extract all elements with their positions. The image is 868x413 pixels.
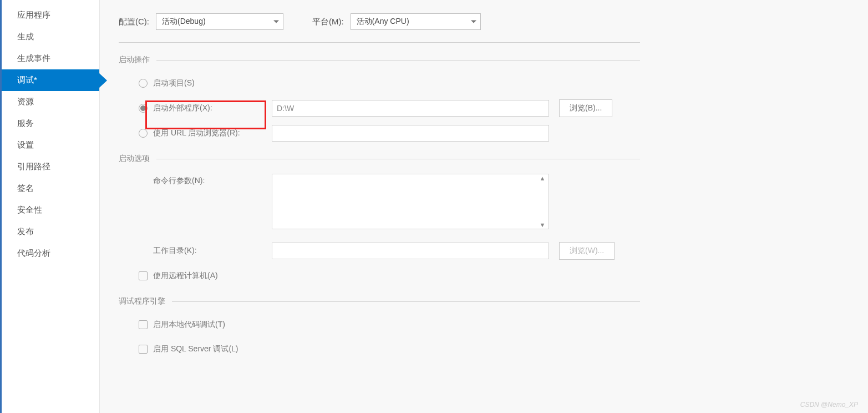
sidebar-item-label: 代码分析 — [17, 248, 50, 258]
start-url-input[interactable] — [272, 125, 549, 142]
external-program-path-input[interactable] — [272, 100, 549, 117]
platform-label: 平台(M): — [312, 17, 344, 27]
sidebar-item-security[interactable]: 安全性 — [2, 199, 99, 221]
watermark: CSDN @Nemo_XP — [800, 401, 858, 409]
sidebar-item-debug[interactable]: 调试* — [2, 69, 99, 91]
sidebar-item-resources[interactable]: 资源 — [2, 91, 99, 113]
workdir-input[interactable] — [272, 243, 549, 259]
sidebar-item-label: 引用路径 — [17, 162, 50, 171]
sidebar-nav: 应用程序 生成 生成事件 调试* 资源 服务 设置 引用路径 签名 安全性 发布… — [0, 0, 100, 413]
config-label: 配置(C): — [119, 17, 149, 27]
radio-start-project-label: 启动项目(S) — [153, 78, 195, 88]
sidebar-item-label: 生成事件 — [17, 53, 50, 63]
sidebar-item-signing[interactable]: 签名 — [2, 178, 99, 199]
section-title: 调试程序引擎 — [119, 296, 165, 306]
radio-start-url-label: 使用 URL 启动浏览器(R): — [153, 128, 240, 138]
browse-workdir-button[interactable]: 浏览(W)... — [559, 242, 615, 260]
sidebar-item-code-analysis[interactable]: 代码分析 — [2, 243, 99, 264]
sidebar-item-services[interactable]: 服务 — [2, 113, 99, 134]
workdir-label: 工作目录(K): — [153, 246, 197, 256]
sidebar-item-reference-paths[interactable]: 引用路径 — [2, 156, 99, 178]
sql-debug-label: 启用 SQL Server 调试(L) — [153, 344, 238, 354]
platform-combo[interactable] — [351, 13, 481, 30]
sidebar-item-label: 调试* — [17, 75, 37, 84]
sidebar-item-label: 生成 — [17, 32, 34, 41]
sidebar-item-build[interactable]: 生成 — [2, 26, 99, 48]
config-combo[interactable] — [156, 13, 283, 30]
browse-external-button[interactable]: 浏览(B)... — [559, 99, 612, 117]
sidebar-item-label: 服务 — [17, 118, 34, 128]
native-debug-label: 启用本地代码调试(T) — [153, 320, 225, 330]
remote-machine-checkbox[interactable] — [139, 271, 148, 280]
sidebar-item-label: 安全性 — [17, 205, 42, 214]
sql-debug-checkbox[interactable] — [139, 345, 148, 354]
radio-start-project[interactable] — [139, 79, 148, 88]
section-title: 启动选项 — [119, 154, 150, 164]
cmdline-args-label: 命令行参数(N): — [153, 176, 205, 186]
sidebar-item-label: 设置 — [17, 140, 34, 149]
divider — [172, 301, 640, 302]
section-start-options: 启动选项 命令行参数(N): ▲▼ 工作目录(K): — [119, 154, 640, 284]
cmdline-args-input[interactable] — [272, 174, 549, 229]
sidebar-item-build-events[interactable]: 生成事件 — [2, 48, 99, 69]
sidebar-item-label: 资源 — [17, 97, 34, 106]
section-start-action: 启动操作 启动项目(S) 启动外部程序(X): 浏览(B)... — [119, 55, 640, 142]
config-row: 配置(C): 平台(M): — [119, 13, 640, 43]
divider — [156, 60, 640, 61]
section-debug-engines: 调试程序引擎 启用本地代码调试(T) 启用 SQL Server 调试(L) — [119, 296, 640, 357]
sidebar-item-label: 应用程序 — [17, 10, 50, 19]
remote-machine-label: 使用远程计算机(A) — [153, 271, 218, 281]
main-panel: 配置(C): 平台(M): 启动操作 启动项目(S) — [100, 0, 868, 413]
native-debug-checkbox[interactable] — [139, 320, 148, 329]
sidebar-item-publish[interactable]: 发布 — [2, 221, 99, 243]
radio-start-external[interactable] — [139, 104, 148, 113]
radio-start-external-label: 启动外部程序(X): — [153, 103, 212, 113]
divider — [156, 159, 640, 159]
sidebar-item-settings[interactable]: 设置 — [2, 134, 99, 156]
sidebar-item-application[interactable]: 应用程序 — [2, 4, 99, 26]
section-title: 启动操作 — [119, 55, 150, 65]
sidebar-item-label: 签名 — [17, 183, 34, 193]
sidebar-item-label: 发布 — [17, 226, 34, 236]
radio-start-url[interactable] — [139, 129, 148, 138]
